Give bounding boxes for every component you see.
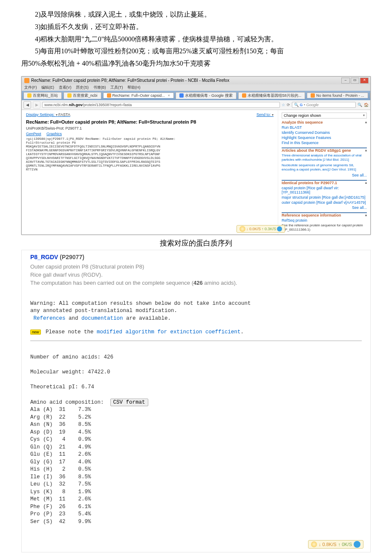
warn-1: Warning: All computation results shown b… xyxy=(30,300,362,308)
num-aa: Number of amino acids: 426 xyxy=(30,354,362,361)
send-to-link[interactable]: Send to: xyxy=(257,113,271,117)
tab-close-icon[interactable]: × xyxy=(168,93,170,98)
ident-protein-3[interactable]: outer capsid protein [Rice gall dwarf v[… xyxy=(282,200,367,205)
aa-row: Gly (G) 17 4.0% xyxy=(30,459,362,466)
tab-label: RecName: Full=Outer capsid... xyxy=(112,93,165,98)
desc-line-3: The computation has been carried out on … xyxy=(30,279,362,287)
tab-google[interactable]: 水稻瘤矮病毒 - Google 搜索 xyxy=(176,92,236,99)
window-title: RecName: Full=Outer capsid protein P8; A… xyxy=(31,78,229,83)
aa-row: His (H) 2 0.5% xyxy=(30,466,362,474)
csv-format-button[interactable]: CSV format xyxy=(110,399,148,406)
url-bar[interactable]: www.ncbi.nlm.nih.gov/protein/139508?repo… xyxy=(42,102,280,108)
modified-algorithm-link[interactable]: modified algorithm for extinction coeffi… xyxy=(97,329,241,335)
menu-edit[interactable]: 编辑(E) xyxy=(41,85,54,90)
aa-row: Phe (F) 26 6.1% xyxy=(30,503,362,511)
menu-file[interactable]: 文件(F) xyxy=(24,85,37,90)
aa-row: Gln (Q) 21 4.9% xyxy=(30,444,362,451)
back-button[interactable]: ◀ xyxy=(23,101,31,109)
reload-icon[interactable]: ⟳ xyxy=(287,103,290,107)
aa-row: Pro (P) 23 5.4% xyxy=(30,511,362,518)
upload-speed: ↑ 0K/S xyxy=(338,542,352,547)
line-5: 5)每亩用10%叶蝉散可湿性粉剂200克；或每亩用25%速灭威可湿性粉剂150克… xyxy=(21,45,371,58)
identical-header: Identical proteins for P29077.1 xyxy=(282,181,337,185)
collapse-icon[interactable]: ▴ xyxy=(365,181,367,185)
ident-protein-1[interactable]: capsid protein [Rice gall dwarf vir:[YP_… xyxy=(282,186,367,194)
close-button[interactable]: ✕ xyxy=(360,78,369,84)
find-in-sequence-link[interactable]: Find in this Sequence xyxy=(282,141,367,145)
aa-row: Met (M) 11 2.6% xyxy=(30,496,362,503)
graphics-link[interactable]: Graphics xyxy=(46,132,62,136)
nav-toolbar: ◀ ▶ www.ncbi.nlm.nih.gov/protein/139508?… xyxy=(22,100,370,110)
dropdown-icon[interactable]: ▾ xyxy=(56,113,58,117)
new-badge: new xyxy=(30,330,41,335)
window-titlebar: RecName: Full=Outer capsid protein P8; A… xyxy=(22,77,370,84)
tab-noitems[interactable]: No items found - Protein - ... xyxy=(307,92,368,98)
collapse-icon[interactable]: ▴ xyxy=(365,213,367,217)
display-settings-bar: Display Settings: ▾ FASTA Send to: ▾ xyxy=(26,113,274,117)
search-box[interactable]: G • Google xyxy=(292,102,356,108)
run-blast-link[interactable]: Run BLAST xyxy=(282,125,367,130)
references-link[interactable]: References xyxy=(34,315,66,321)
new-tab-button[interactable]: + xyxy=(370,92,371,98)
display-settings-link[interactable]: Display Settings: xyxy=(26,113,55,117)
minimize-button[interactable]: – xyxy=(341,78,350,84)
stats-block: Number of amino acids: 426 Molecular wei… xyxy=(30,354,362,526)
home-icon[interactable]: 🏠 xyxy=(364,103,369,107)
genpept-link[interactable]: GenPept xyxy=(26,132,41,136)
ncbi-icon xyxy=(311,93,315,98)
fasta-sequence: >gi|139508|sp|P29077.1|P8_RGDV RecName: … xyxy=(26,137,274,172)
collapse-icon[interactable]: ▴ xyxy=(365,148,367,153)
highlight-features-link[interactable]: Highlight Sequence Features xyxy=(282,136,367,140)
globe-icon xyxy=(311,541,317,547)
menu-bookmarks[interactable]: 书签(B) xyxy=(93,85,106,90)
maximize-button[interactable]: ▭ xyxy=(351,78,359,84)
change-region[interactable]: Change region shown▾ xyxy=(282,113,367,119)
ident-protein-2[interactable]: major structural protein [Rice gall dw:[… xyxy=(282,195,367,199)
speed-indicator: ↓ 0.0K/S ↑ 0.3K/S xyxy=(236,225,285,233)
baidu-icon xyxy=(67,93,72,98)
tab-baidu-2[interactable]: 百度搜索_ncbi xyxy=(63,92,101,99)
menu-tools[interactable]: 工具(T) xyxy=(110,85,123,90)
menu-view[interactable]: 查看(V) xyxy=(59,85,72,90)
theoretical-pi: Theoretical pI: 6.74 xyxy=(30,384,362,391)
aa-row: Arg (R) 22 5.2% xyxy=(30,414,362,422)
tab-label: 水稻瘤矮病毒 - Google 搜索 xyxy=(185,93,233,98)
url-path: /protein/139508?report=fasta xyxy=(83,103,132,107)
search-go-icon[interactable]: 🔍 xyxy=(357,103,362,107)
article-2[interactable]: Nucleotide sequences of genome segments … xyxy=(282,163,367,172)
article-1[interactable]: Three-dimensional analysis of the associ… xyxy=(282,153,367,162)
upload-speed: ↑ 0.3K/S xyxy=(262,227,276,231)
search-placeholder: Google xyxy=(306,103,319,107)
refseq-protein-link[interactable]: RefSeq protein xyxy=(282,218,367,223)
see-all-link-2[interactable]: See all... xyxy=(282,205,367,210)
aa-comp-header: Amino acid composition: CSV format xyxy=(30,399,362,407)
collapse-icon[interactable]: ▴ xyxy=(365,120,367,124)
warning-block: Warning: All computation results shown b… xyxy=(30,300,362,323)
aa-row: Lys (K) 8 1.9% xyxy=(30,489,362,496)
desc-line-2: Rice gall dwarf virus (RGDV). xyxy=(30,271,362,279)
url-domain: nih.gov xyxy=(69,103,83,107)
tab-ncbi[interactable]: RecName: Full=Outer capsid...× xyxy=(103,92,174,98)
ie-icon xyxy=(277,226,282,231)
bookmark-star-icon[interactable]: ☆ xyxy=(282,103,285,107)
menu-history[interactable]: 历史(S) xyxy=(76,85,89,90)
tab-article[interactable]: 水稻瘤矮病毒基因组S8片段的... xyxy=(238,92,306,99)
tab-baidu-1[interactable]: 百度网站_百站 xyxy=(23,92,62,99)
main-panel: Display Settings: ▾ FASTA Send to: ▾ Rec… xyxy=(22,110,278,235)
page-icon xyxy=(242,93,246,98)
forward-button[interactable]: ▶ xyxy=(33,101,40,109)
see-all-link[interactable]: See all... xyxy=(282,173,367,177)
desc-line-1: Outer capsid protein P8 (Structural prot… xyxy=(30,263,362,271)
refseq-header: Reference sequence information xyxy=(282,213,341,217)
protparam-title: P8_RGDV (P29077) xyxy=(30,254,362,260)
protein-name: P8_RGDV xyxy=(30,254,58,260)
documentation-link[interactable]: documentation xyxy=(81,315,123,321)
mol-weight: Molecular weight: 47422.0 xyxy=(30,369,362,376)
url-pre: www.ncbi.nlm. xyxy=(44,103,69,107)
menu-help[interactable]: 帮助(H) xyxy=(127,85,141,90)
globe-icon xyxy=(239,226,245,232)
conserved-domains-link[interactable]: Identify Conserved Domains xyxy=(282,130,367,135)
ie-icon xyxy=(354,541,360,548)
page-content: Display Settings: ▾ FASTA Send to: ▾ Rec… xyxy=(22,110,370,235)
dropdown-icon[interactable]: ▾ xyxy=(272,113,274,117)
